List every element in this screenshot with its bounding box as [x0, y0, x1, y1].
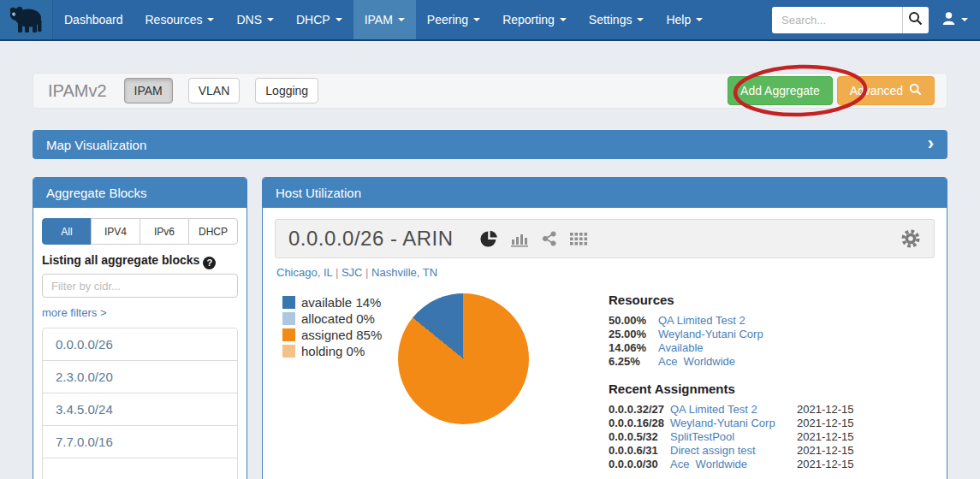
assignment-link[interactable]: QA Limited Test 2 [670, 403, 797, 417]
caret-down-icon [473, 18, 480, 21]
user-menu[interactable] [941, 11, 968, 29]
recent-assignments-heading: Recent Assignments [609, 381, 947, 396]
search-input[interactable] [772, 7, 902, 33]
toolbar-tab-vlan[interactable]: VLAN [188, 78, 241, 103]
assignment-link[interactable]: Direct assign test [670, 444, 797, 458]
listing-label: Listing all aggregate blocks? [42, 253, 238, 268]
pie-chart-view-icon[interactable] [479, 229, 498, 248]
legend-swatch [282, 345, 295, 358]
resource-link[interactable]: Weyland-Yutani Corp [658, 328, 763, 340]
legend-item-holding: holding 0% [282, 343, 382, 359]
assignment-row: 0.0.0.0/30Ace Worldwide2021-12-15 [609, 458, 947, 471]
assignment-cidr: 0.0.0.5/32 [609, 430, 670, 444]
assignment-row: 0.0.0.16/28Weyland-Yutani Corp2021-12-15 [609, 417, 947, 430]
resource-link[interactable]: Available [658, 341, 704, 354]
block-type-tab-all[interactable]: All [42, 218, 92, 245]
resource-percent: 50.00% [609, 314, 658, 328]
resource-row: 6.25%Ace Worldwide [609, 355, 947, 369]
advanced-button-label: Advanced [850, 84, 903, 98]
navbar-right [772, 0, 980, 39]
resources-heading: Resources [609, 293, 947, 307]
main-menu: Dashboard Resources DNS DHCP IPAM Peerin… [53, 0, 714, 39]
nav-item-reporting[interactable]: Reporting [491, 0, 578, 39]
page-title: IPAMv2 [48, 81, 107, 101]
legend-item-allocated: allocated 0% [282, 310, 382, 327]
nav-item-peering[interactable]: Peering [416, 0, 491, 39]
assignment-link[interactable]: Ace Worldwide [670, 458, 797, 471]
assignment-row: 0.0.0.6/31Direct assign test2021-12-15 [609, 444, 947, 458]
legend-swatch [282, 296, 295, 309]
map-visualization-label: Map Visualization [46, 138, 146, 152]
location-link-nashville-tn[interactable]: Nashville, TN [371, 266, 437, 279]
caret-down-icon [398, 18, 405, 21]
caret-down-icon [336, 18, 342, 21]
search-group [772, 7, 929, 33]
assignment-cidr: 0.0.0.32/27 [609, 403, 670, 417]
help-icon[interactable]: ? [203, 257, 216, 269]
aggregate-block-2-3-0-0-20[interactable]: 2.3.0.0/20 [43, 360, 237, 393]
caret-down-icon [560, 18, 567, 21]
share-icon[interactable] [541, 230, 558, 247]
map-visualization-bar[interactable]: Map Visualization › [33, 130, 947, 159]
legend-label: holding 0% [301, 344, 365, 358]
aggregate-blocks-panel: Aggregate Blocks All IPV4 IPv6 DHCP List… [33, 177, 247, 479]
assignment-date: 2021-12-15 [797, 430, 854, 444]
assignment-cidr: 0.0.0.16/28 [609, 417, 670, 430]
resource-link[interactable]: Ace Worldwide [658, 355, 735, 368]
legend-label: available 14% [301, 295, 381, 310]
nav-item-dns[interactable]: DNS [225, 0, 285, 39]
nav-item-dashboard[interactable]: Dashboard [53, 0, 134, 39]
legend-label: allocated 0% [301, 311, 375, 326]
block-type-tab-dhcp[interactable]: DHCP [188, 218, 238, 245]
user-icon [941, 11, 956, 29]
resource-link[interactable]: QA Limited Test 2 [658, 314, 745, 327]
ipam-toolbar: IPAMv2 IPAM VLAN Logging Add Aggregate A… [33, 73, 947, 109]
grid-view-icon[interactable] [570, 233, 588, 245]
assignment-date: 2021-12-15 [797, 444, 854, 458]
assignment-cidr: 0.0.0.0/30 [609, 458, 670, 471]
resource-percent: 14.06% [609, 341, 658, 355]
advanced-search-button[interactable]: Advanced [837, 76, 935, 105]
add-aggregate-button[interactable]: Add Aggregate [728, 76, 833, 105]
aggregate-block-0-0-0-0-26[interactable]: 0.0.0.0/26 [43, 328, 237, 360]
nav-item-settings[interactable]: Settings [578, 0, 656, 39]
toolbar-actions: Add Aggregate Advanced [728, 76, 935, 105]
panda-logo-icon [8, 3, 45, 37]
chevron-right-icon: › [928, 134, 934, 153]
nav-item-ipam[interactable]: IPAM [353, 0, 416, 39]
assignment-link[interactable]: Weyland-Yutani Corp [670, 417, 797, 430]
assignment-link[interactable]: SplitTestPool [670, 430, 797, 444]
aggregate-block-item-partial[interactable] [43, 458, 237, 479]
search-button[interactable] [902, 7, 929, 33]
settings-gear-icon[interactable] [900, 228, 921, 249]
assignment-date: 2021-12-15 [797, 458, 854, 471]
app-logo[interactable] [0, 0, 53, 39]
more-filters-link[interactable]: more filters > [42, 306, 107, 319]
caret-down-icon [961, 18, 968, 21]
bar-chart-view-icon[interactable] [510, 231, 529, 247]
resource-percent: 25.00% [609, 328, 658, 341]
resource-row: 25.00%Weyland-Yutani Corp [609, 328, 947, 341]
nav-item-help[interactable]: Help [655, 0, 714, 39]
block-type-tab-ipv6[interactable]: IPv6 [140, 218, 189, 245]
resource-row: 14.06%Available [609, 341, 947, 355]
nav-item-dhcp[interactable]: DHCP [285, 0, 353, 39]
cidr-filter-input[interactable] [42, 274, 238, 298]
assignment-date: 2021-12-15 [797, 403, 854, 417]
toolbar-tab-logging[interactable]: Logging [255, 78, 318, 103]
host-utilization-title: Host Utilization [263, 178, 947, 208]
location-link-sjc[interactable]: SJC [342, 266, 371, 279]
utilization-pie-chart[interactable] [398, 293, 529, 424]
pie-legend: available 14%allocated 0%assigned 85%hol… [282, 294, 382, 359]
block-type-tab-ipv4[interactable]: IPV4 [91, 218, 140, 245]
nav-item-resources[interactable]: Resources [134, 0, 226, 39]
location-link-chicago-il[interactable]: Chicago, IL [276, 266, 342, 279]
block-type-tabs: All IPV4 IPv6 DHCP [42, 218, 238, 245]
toolbar-tab-ipam[interactable]: IPAM [124, 78, 173, 103]
aggregate-block-7-7-0-0-16[interactable]: 7.7.0.0/16 [43, 425, 237, 458]
caret-down-icon [267, 18, 274, 21]
aggregate-block-3-4-5-0-24[interactable]: 3.4.5.0/24 [43, 393, 237, 425]
assignment-cidr: 0.0.0.6/31 [609, 444, 670, 458]
top-navbar: Dashboard Resources DNS DHCP IPAM Peerin… [0, 0, 980, 41]
chart-view-switch [479, 229, 588, 248]
